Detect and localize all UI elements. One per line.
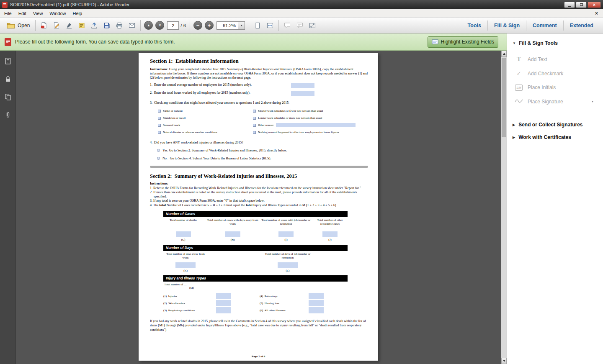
security-settings-button[interactable] [3,74,13,85]
zoom-in-button[interactable]: + [205,21,214,30]
print-button[interactable] [113,20,126,31]
radio-yes-row: Yes. Go to Section 2: Summary of Work-Re… [157,149,368,152]
comment-tab[interactable]: Comment [526,18,563,33]
question-1-label: 1. Enter the annual average number of em… [150,83,252,87]
menu-edit[interactable]: Edit [15,10,30,17]
create-pdf-button[interactable] [38,20,50,31]
comment-bubble-button[interactable] [281,20,294,31]
section-divider [150,166,368,168]
scroll-down-button[interactable] [501,358,507,364]
tools-tab[interactable]: Tools [461,18,487,33]
single-page-view-button[interactable] [251,20,264,31]
zoom-out-button[interactable]: − [193,21,202,30]
types-grid: (1) Injuries (2) Skin disorders (3) Resp… [163,293,348,314]
send-or-collect-signatures-section[interactable]: ▶ Send or Collect Signatures [507,118,603,131]
extended-tab[interactable]: Extended [564,18,600,33]
minimize-button[interactable] [564,2,575,8]
add-text-tool[interactable]: T Add Text [507,52,603,67]
respiratory-conditions-field[interactable] [216,307,231,313]
menu-close-icon[interactable]: × [591,10,602,16]
menu-view[interactable]: View [30,10,46,17]
checkbox-natural-disaster[interactable] [158,131,161,134]
injuries-field[interactable] [216,293,231,299]
cases-days-away-field[interactable] [225,231,240,237]
scrollbar-thumb[interactable] [502,58,506,137]
toolbar-separator [249,20,249,31]
page-thumbnails-button[interactable] [3,56,13,67]
checkbox-shorter-schedules[interactable] [253,110,256,113]
menu-help[interactable]: Help [69,10,85,17]
email-button[interactable] [126,20,138,31]
sticky-note-button[interactable] [75,20,88,31]
poisonings-field[interactable] [309,293,324,299]
page-number-input[interactable] [167,21,179,30]
column-label: Total number of days of job transfer or … [261,252,314,261]
checkbox-row: Strike or lockout [158,108,253,115]
checkbox-other-reason[interactable] [253,124,256,127]
checkbox-nothing-unusual[interactable] [253,131,256,134]
column-label: Total number of other recordable cases [311,218,349,230]
highlight-existing-fields-button[interactable]: Highlight Existing Fields [428,36,498,48]
menu-window[interactable]: Window [46,10,69,17]
question-1-row: 1. Enter the annual average number of em… [150,83,368,89]
zoom-dropdown-button[interactable]: ▼ [238,21,245,30]
scroll-down-icon [503,360,505,362]
other-recordable-cases-field[interactable] [322,231,338,237]
restore-button[interactable] [576,2,587,8]
hearing-loss-field[interactable] [309,300,324,306]
save-file-button[interactable] [100,20,113,31]
signature-chevron-down-icon[interactable]: ▼ [591,100,594,103]
other-reason-field[interactable] [276,123,356,127]
zoom-level-value[interactable]: 61.2% [216,21,238,30]
share-file-button[interactable] [88,20,100,31]
paperclip-icon [4,111,12,119]
sign-document-button[interactable] [63,20,75,31]
add-checkmark-tool[interactable]: ✓ Add Checkmark [507,67,603,80]
checkbox-longer-schedules[interactable] [253,117,256,120]
days-job-transfer-field[interactable] [278,262,298,268]
fill-sign-tools-header[interactable]: ▼ Fill & Sign Tools [507,33,603,52]
close-button[interactable]: × [588,2,601,8]
open-button[interactable]: Open [3,21,33,31]
page-count-label: / 6 [180,23,186,28]
work-with-certificates-section[interactable]: ▶ Work with Certificates [507,131,603,144]
pages-icon [4,93,12,101]
types-total-label: Total number of … [164,283,348,286]
attachments-button[interactable] [3,110,13,120]
fill-sign-panel: ▼ Fill & Sign Tools T Add Text ✓ Add Che… [507,33,603,364]
pages-panel-button[interactable] [3,92,13,103]
annotate-button[interactable] [294,20,306,31]
checkbox-shutdown-or-layoff[interactable] [158,117,161,120]
place-signature-tool[interactable]: Place Signature ▼ [507,95,603,108]
all-other-illnesses-field[interactable] [309,307,324,313]
injury-illness-types-table: Injury and Illness Types Total number of… [163,275,348,314]
place-initials-tool[interactable]: LM Place Initials [507,80,603,95]
fit-width-button[interactable] [264,20,276,31]
radio-yes[interactable] [157,149,160,152]
type-row: (2) Skin disorders [163,300,260,307]
fill-sign-tab[interactable]: Fill & Sign [488,18,526,33]
cases-column-g: Total number of deaths (G) [163,218,203,242]
radio-no[interactable] [157,157,160,160]
skin-disorders-field[interactable] [216,300,231,306]
menu-file[interactable]: File [1,10,15,17]
employees-count-field[interactable] [291,83,314,88]
pdf-page: Section 1: Establishment Information Ins… [139,53,378,361]
days-column-l: Total number of days of job transfer or … [261,252,314,273]
column-label: Total number of deaths [163,218,203,230]
cases-job-transfer-field[interactable] [278,231,294,237]
total-deaths-field[interactable] [176,231,191,237]
checkbox-seasonal-work[interactable] [158,124,161,127]
question-4-label: 4. Did you have ANY work-related injurie… [150,141,368,144]
previous-page-button[interactable]: ▲ [144,21,153,30]
question-2-label: 2. Enter the total hours worked by all e… [150,91,250,95]
checkbox-column-left: Strike or lockout Shutdown or layoff Sea… [158,108,253,136]
scroll-up-button[interactable] [501,51,507,57]
next-page-button[interactable]: ▼ [155,21,164,30]
checkbox-strike-or-lockout[interactable] [158,110,161,113]
days-away-field[interactable] [175,262,196,268]
fullscreen-button[interactable] [306,20,319,31]
edit-form-button[interactable] [50,20,63,31]
injury-illness-types-header: Injury and Illness Types [163,275,348,282]
total-hours-field[interactable] [291,91,314,96]
